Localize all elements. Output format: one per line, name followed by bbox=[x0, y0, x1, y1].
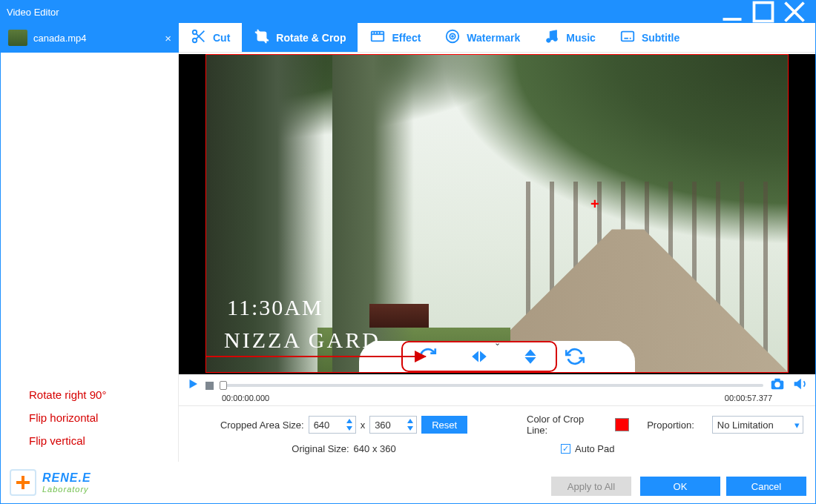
height-spin-down[interactable] bbox=[406, 425, 415, 432]
center-marker: + bbox=[590, 196, 599, 213]
ok-button[interactable]: OK bbox=[640, 477, 720, 496]
svg-rect-1 bbox=[754, 3, 773, 21]
snapshot-button[interactable] bbox=[769, 376, 786, 395]
cancel-button[interactable]: Cancel bbox=[726, 477, 806, 496]
file-thumbnail bbox=[8, 30, 27, 46]
chevron-down-icon[interactable]: ⌄ bbox=[494, 338, 501, 348]
crop-line-color-label: Color of Crop Line: bbox=[527, 414, 597, 436]
crop-frame[interactable]: + 11:30AM NIZZA GARD ⌄ bbox=[205, 54, 789, 373]
proportion-value: No Limitation bbox=[717, 420, 774, 431]
refresh-icon bbox=[565, 347, 585, 366]
brand-logo: RENE.E Laboratory bbox=[10, 469, 91, 496]
annotation-labels: Rotate right 90° Flip horizontal Flip ve… bbox=[1, 388, 178, 462]
crop-height-input[interactable]: 360 bbox=[369, 416, 417, 434]
svg-rect-23 bbox=[774, 379, 780, 382]
video-preview-container: + 11:30AM NIZZA GARD ⌄ bbox=[179, 54, 815, 374]
auto-pad-checkbox[interactable]: ✓ Auto Pad bbox=[561, 443, 615, 454]
crop-height-value: 360 bbox=[375, 420, 406, 431]
reset-rotation-button[interactable] bbox=[557, 347, 593, 366]
file-name: canada.mp4 bbox=[33, 33, 87, 44]
crop-line-color-swatch[interactable] bbox=[615, 418, 629, 431]
tab-cut-label: Cut bbox=[213, 32, 230, 44]
tab-rotate-crop[interactable]: Rotate & Crop bbox=[242, 23, 358, 52]
close-button[interactable] bbox=[780, 4, 809, 20]
tab-subtitle[interactable]: Subtitle bbox=[608, 23, 691, 52]
svg-point-17 bbox=[553, 37, 558, 41]
auto-pad-label: Auto Pad bbox=[575, 443, 615, 454]
annotation-rotate-right: Rotate right 90° bbox=[29, 388, 178, 401]
annotation-flip-vertical: Flip vertical bbox=[29, 434, 178, 447]
svg-point-5 bbox=[193, 39, 197, 43]
annotation-arrow bbox=[205, 356, 426, 357]
proportion-label: Proportion: bbox=[647, 420, 694, 431]
volume-button[interactable] bbox=[792, 376, 808, 395]
tab-cut[interactable]: Cut bbox=[179, 23, 242, 52]
minimize-button[interactable] bbox=[717, 4, 747, 20]
width-spin-up[interactable] bbox=[345, 417, 354, 425]
checkbox-checked-icon: ✓ bbox=[561, 444, 570, 454]
width-spin-down[interactable] bbox=[345, 425, 354, 432]
svg-point-4 bbox=[193, 30, 197, 35]
footer: RENE.E Laboratory Apply to All OK Cancel bbox=[1, 462, 815, 503]
apply-to-all-button[interactable]: Apply to All bbox=[551, 477, 631, 496]
proportion-select[interactable]: No Limitation ▾ bbox=[712, 416, 803, 434]
svg-rect-25 bbox=[16, 481, 30, 484]
window-title: Video Editor bbox=[7, 7, 717, 18]
svg-point-16 bbox=[547, 39, 551, 43]
flip-horizontal-button[interactable] bbox=[461, 347, 497, 366]
flip-vertical-icon bbox=[521, 347, 540, 366]
reset-crop-button[interactable]: Reset bbox=[421, 416, 467, 434]
tab-effect-label: Effect bbox=[392, 32, 421, 44]
scissors-icon bbox=[191, 28, 207, 47]
watermark-icon bbox=[444, 28, 461, 47]
flip-horizontal-icon bbox=[470, 347, 489, 366]
sidebar: Rotate right 90° Flip horizontal Flip ve… bbox=[1, 53, 179, 462]
crop-width-input[interactable]: 640 bbox=[309, 416, 356, 434]
tab-watermark-label: Watermark bbox=[467, 32, 520, 44]
seek-track[interactable] bbox=[220, 384, 763, 387]
height-spin-up[interactable] bbox=[406, 417, 415, 425]
dim-separator: x bbox=[361, 420, 366, 431]
effect-icon bbox=[369, 28, 386, 47]
tab-watermark[interactable]: Watermark bbox=[432, 23, 532, 52]
tool-tabs: Cut Rotate & Crop Effect Watermark Music… bbox=[179, 23, 815, 53]
original-size-value: 640 x 360 bbox=[354, 443, 396, 454]
tab-music-label: Music bbox=[566, 32, 596, 44]
dropdown-arrow-icon: ▾ bbox=[794, 420, 800, 431]
duration-time: 00:00:57.377 bbox=[725, 394, 772, 402]
original-size-label: Original Size: bbox=[292, 443, 349, 454]
music-icon bbox=[544, 28, 560, 47]
current-time: 00:00:00.000 bbox=[222, 394, 269, 402]
video-frame bbox=[206, 55, 788, 372]
title-bar: Video Editor bbox=[1, 1, 815, 23]
seek-handle[interactable] bbox=[220, 381, 227, 390]
flip-vertical-button[interactable] bbox=[513, 347, 548, 366]
brand-subtitle: Laboratory bbox=[42, 485, 91, 494]
overlay-time-text: 11:30AM bbox=[227, 295, 323, 320]
tab-rotate-crop-label: Rotate & Crop bbox=[276, 32, 346, 44]
play-button[interactable] bbox=[186, 377, 200, 394]
annotation-flip-horizontal: Flip horizontal bbox=[29, 411, 178, 424]
svg-point-15 bbox=[452, 36, 453, 37]
crop-width-value: 640 bbox=[314, 420, 345, 431]
stop-button[interactable] bbox=[205, 382, 214, 390]
svg-rect-18 bbox=[622, 32, 634, 42]
file-tab[interactable]: canada.mp4 × bbox=[1, 23, 179, 53]
close-file-icon[interactable]: × bbox=[165, 32, 171, 44]
cropped-area-label: Cropped Area Size: bbox=[220, 420, 304, 431]
brand-icon bbox=[10, 469, 36, 496]
brand-name: RENE.E bbox=[42, 471, 91, 485]
crop-icon bbox=[254, 28, 270, 47]
tab-subtitle-label: Subtitle bbox=[642, 32, 680, 44]
subtitle-icon bbox=[619, 28, 636, 47]
overlay-place-text: NIZZA GARD bbox=[224, 328, 381, 353]
tab-effect[interactable]: Effect bbox=[358, 23, 432, 52]
tab-music[interactable]: Music bbox=[532, 23, 608, 52]
maximize-button[interactable] bbox=[748, 4, 778, 20]
svg-point-22 bbox=[774, 382, 780, 387]
